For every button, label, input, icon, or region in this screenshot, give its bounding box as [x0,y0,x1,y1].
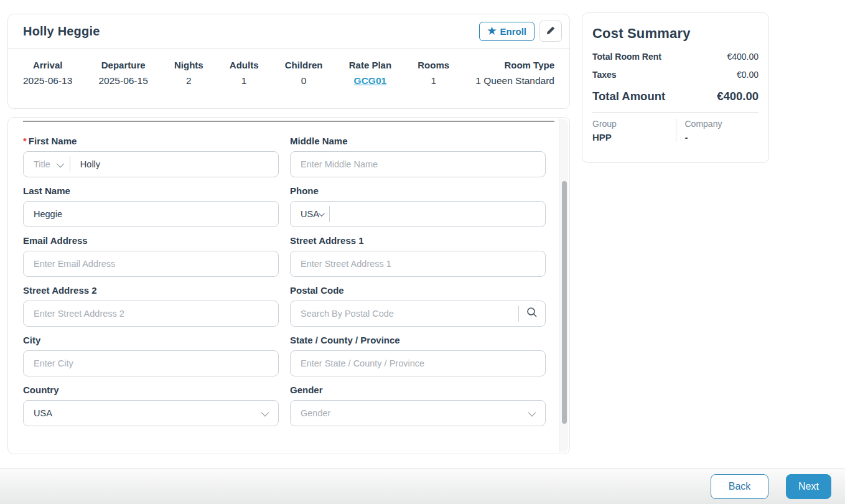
stay-col-arrival: Arrival 2025-06-13 [23,60,72,86]
field-first-name: *First Name Title [23,136,279,177]
field-middle-name: Middle Name [290,136,546,177]
first-name-input[interactable] [70,152,278,177]
stay-summary-row: Arrival 2025-06-13 Departure 2025-06-15 … [8,49,569,86]
street-address-2-label: Street Address 2 [23,285,279,296]
company-value: - [685,132,759,142]
group-col: Group HPP [592,119,676,142]
cost-row-taxes: Taxes €0.00 [592,70,759,80]
last-name-input-group [23,201,279,227]
enroll-button[interactable]: ★ Enroll [479,22,535,41]
guest-details-form: *First Name Title Middle Name Last Name [8,122,569,441]
field-country: Country USA [23,385,279,426]
pencil-icon [546,26,556,37]
chevron-down-icon [56,159,64,167]
cost-summary-card: Cost Summary Total Room Rent €400.00 Tax… [582,12,769,163]
phone-country-code: USA [301,209,319,219]
stay-col-room-type: Room Type 1 Queen Standard [475,60,554,86]
title-select[interactable]: Title [24,159,70,169]
street-address-2-input[interactable] [24,301,278,326]
chevron-down-icon [261,408,269,416]
rate-plan-link[interactable]: GCG01 [354,75,387,86]
total-amount-value: €400.00 [717,90,759,103]
guest-details-form-card: *First Name Title Middle Name Last Name [7,117,570,454]
cost-divider [592,112,759,113]
gender-placeholder: Gender [291,408,340,418]
adults-value: 1 [230,75,259,86]
first-name-label: *First Name [23,136,279,146]
postal-code-input[interactable] [291,301,518,326]
gender-select[interactable]: Gender [290,400,546,426]
field-postal-code: Postal Code [290,285,546,327]
children-label: Children [285,60,323,70]
group-label: Group [592,119,676,129]
field-last-name: Last Name [23,185,279,227]
guest-header: Holly Heggie ★ Enroll [8,14,569,49]
adults-label: Adults [230,60,259,70]
header-actions: ★ Enroll [479,21,562,42]
rooms-label: Rooms [418,60,449,70]
rooms-value: 1 [418,75,449,86]
group-value: HPP [592,132,676,142]
email-label: Email Address [23,235,279,246]
field-state: State / County / Province [290,335,546,376]
nights-label: Nights [174,60,203,70]
nights-value: 2 [174,75,203,86]
field-gender: Gender Gender [290,385,546,426]
guest-name: Holly Heggie [23,24,100,39]
back-button[interactable]: Back [711,474,768,499]
field-street-address-1: Street Address 1 [290,235,546,277]
company-label: Company [685,119,759,129]
email-input[interactable] [24,251,278,276]
field-email: Email Address [23,235,279,277]
stay-col-children: Children 0 [285,60,323,86]
middle-name-input-group [290,151,546,177]
next-button[interactable]: Next [786,474,831,499]
phone-country-select[interactable]: USA [291,209,329,219]
postal-code-label: Postal Code [290,285,546,296]
required-asterisk: * [23,136,27,146]
first-name-input-group: Title [23,151,279,177]
children-value: 0 [285,75,323,86]
cost-row-room-rent: Total Room Rent €400.00 [592,52,759,62]
street-address-1-input[interactable] [291,251,545,276]
chevron-down-icon [319,210,325,217]
star-icon: ★ [487,26,496,36]
rate-plan-label: Rate Plan [349,60,391,70]
form-scrollbar-track[interactable] [559,119,568,452]
room-rent-value: €400.00 [727,52,759,62]
middle-name-label: Middle Name [290,136,546,146]
postal-code-input-group [290,301,546,327]
cost-row-total: Total Amount €400.00 [592,90,759,103]
country-select[interactable]: USA [23,400,279,426]
last-name-input[interactable] [24,202,278,226]
stay-col-adults: Adults 1 [230,60,259,86]
company-col: Company - [676,119,759,142]
taxes-value: €0.00 [737,70,759,80]
state-input[interactable] [291,351,545,376]
room-rent-label: Total Room Rent [592,52,661,62]
postal-code-search-button[interactable] [519,307,545,320]
title-placeholder: Title [34,159,50,169]
field-street-address-2: Street Address 2 [23,285,279,327]
taxes-label: Taxes [592,70,617,80]
phone-input-group: USA [290,201,546,227]
country-label: Country [23,385,279,395]
room-type-label: Room Type [475,60,554,70]
middle-name-input[interactable] [291,152,545,177]
city-input[interactable] [24,351,278,376]
edit-button[interactable] [539,21,562,42]
last-name-label: Last Name [23,185,279,196]
street-address-1-input-group [290,251,546,277]
arrival-value: 2025-06-13 [23,75,72,86]
chevron-down-icon [528,408,536,416]
form-scrollbar-thumb[interactable] [562,181,567,424]
departure-value: 2025-06-15 [98,75,147,86]
gender-label: Gender [290,385,546,395]
street-address-1-label: Street Address 1 [290,235,546,246]
stay-col-rate-plan: Rate Plan GCG01 [349,60,391,86]
guest-card: Holly Heggie ★ Enroll Arrival 2025-06-13… [7,14,570,109]
departure-label: Departure [98,60,147,70]
phone-input[interactable] [330,202,545,226]
enroll-label: Enroll [500,26,526,37]
field-city: City [23,335,279,376]
